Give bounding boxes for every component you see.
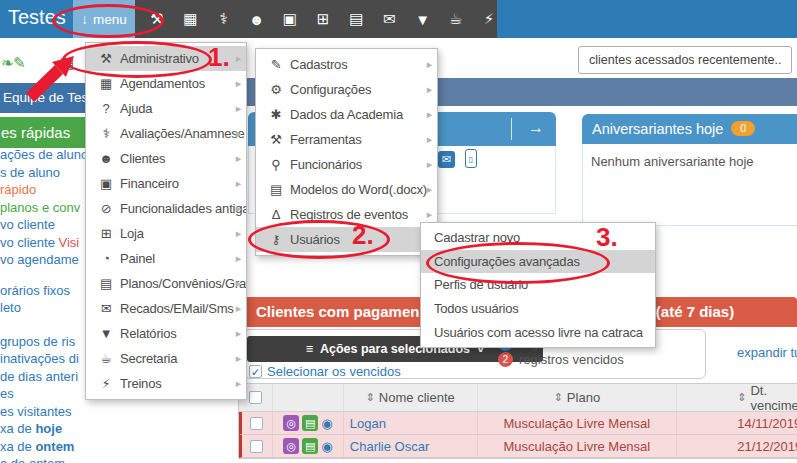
lightning-icon[interactable]: ⚡ xyxy=(481,10,497,28)
menu-item-label: Loja xyxy=(120,226,144,241)
header-icons-cell xyxy=(273,384,344,411)
menu-item-loja[interactable]: ⊞ Loja ▸ xyxy=(86,221,246,246)
submenu-item-ferramentas[interactable]: ⚒ Ferramentas ▸ xyxy=(256,127,437,152)
submenu-item-dados-academia[interactable]: ✱ Dados da Academia ▸ xyxy=(256,102,437,127)
menu-item-avaliacoes[interactable]: ⚕ Avaliações/Anamnese ▸ xyxy=(86,121,246,146)
client-name-link[interactable]: Logan xyxy=(344,412,478,434)
eye-icon[interactable]: ◉ xyxy=(321,439,332,454)
eye-icon[interactable]: ◉ xyxy=(321,416,332,431)
stethoscope-icon[interactable]: ⚕ xyxy=(215,10,231,28)
wrench-icon[interactable]: ⚒ xyxy=(149,10,165,28)
expand-all-link[interactable]: expandir tudo xyxy=(737,345,797,360)
sidebar-quick-links: ações de aluno s de aluno rápido planos … xyxy=(0,146,84,463)
sidebar-link[interactable]: grupos de ris xyxy=(0,333,84,351)
sidebar-link[interactable]: ações de aluno xyxy=(0,146,84,164)
envelope-icon[interactable]: ✉ xyxy=(381,10,397,28)
due-clients-table: ⇕ Nome cliente ⇕ Plano ⇕ Dt. vencimento … xyxy=(238,383,797,459)
envelope-icon[interactable]: ✉ xyxy=(438,151,455,168)
chevron-right-icon: ▸ xyxy=(236,327,241,340)
sidebar-link[interactable]: es visitantes xyxy=(0,403,84,421)
row-checkbox[interactable] xyxy=(250,440,263,453)
sort-icon[interactable]: ⇕ xyxy=(737,391,746,404)
menu-item-financeiro[interactable]: ▣ Financeiro ▸ xyxy=(86,171,246,196)
users-icon[interactable]: ☻ xyxy=(249,11,265,28)
submenu-item-label: Modelos do Word(.docx) xyxy=(290,182,427,197)
checkbox-checked-icon[interactable]: ✓ xyxy=(249,365,262,378)
menu-item-painel[interactable]: ◔ Painel ▸ xyxy=(86,246,246,271)
menu-item-agendamentos[interactable]: ▦ Agendamentos ▸ xyxy=(86,71,246,96)
sidebar-link[interactable]: leto xyxy=(0,299,84,317)
camera-icon[interactable]: ◎ xyxy=(283,415,299,431)
header-name-cell[interactable]: ⇕ Nome cliente xyxy=(344,384,478,411)
calendar-icon[interactable]: ▦ xyxy=(182,10,198,28)
menu-item-funcionalidades-antigas[interactable]: ⊘ Funcionalidades antigas ▸ xyxy=(86,196,246,221)
sidebar-link[interactable]: rápido xyxy=(0,181,84,199)
submenu-item-todos-usuarios[interactable]: Todos usuários xyxy=(421,297,655,321)
menu-item-clientes[interactable]: ☻ Clientes ▸ xyxy=(86,146,246,171)
sidebar-link[interactable]: vo cliente Visi xyxy=(0,234,84,252)
row-select-cell xyxy=(242,412,273,434)
submenu-item-cadastrar-novo[interactable]: Cadastrar novo xyxy=(421,226,655,250)
header-plan-cell[interactable]: ⇕ Plano xyxy=(478,384,678,411)
sort-icon[interactable]: ⇕ xyxy=(366,391,375,404)
chevron-right-icon: ▸ xyxy=(427,208,432,221)
sidebar-link[interactable]: inativações di xyxy=(0,350,84,368)
sidebar-link[interactable]: vo agendame xyxy=(0,251,84,269)
cart-icon[interactable]: ⊞ xyxy=(315,10,331,28)
arrow-right-icon[interactable]: → xyxy=(528,119,544,137)
submenu-item-funcionarios[interactable]: ⚲ Funcionários ▸ xyxy=(256,152,437,177)
sidebar-link[interactable]: de dias anteri xyxy=(0,368,84,386)
menu-item-relatorios[interactable]: ▼ Relatórios ▸ xyxy=(86,321,246,346)
sidebar-link[interactable]: planos e conv xyxy=(0,199,84,217)
gear-icon: ⚙ xyxy=(266,82,286,97)
coffee-icon[interactable]: ☕ xyxy=(448,10,464,28)
menu-item-label: Relatórios xyxy=(120,326,177,341)
submenu-item-perfis-usuario[interactable]: Perfis de usuário xyxy=(421,273,655,297)
submenu-item-configuracoes-avancadas[interactable]: Configurações avançadas xyxy=(421,250,655,274)
file-icon[interactable]: ▤ xyxy=(348,10,364,28)
menu-button[interactable]: ↓ menu xyxy=(73,0,135,38)
submenu-item-configuracoes[interactable]: ⚙ Configurações ▸ xyxy=(256,77,437,102)
phone-icon[interactable]: ▯ xyxy=(465,149,477,168)
camera-icon[interactable]: ◎ xyxy=(283,438,299,454)
sidebar-link[interactable]: xa de ontem xyxy=(0,438,84,456)
submenu-item-registros-eventos[interactable]: Δ Registros de eventos ▸ xyxy=(256,202,437,227)
submenu-item-modelos-word[interactable]: ▤ Modelos do Word(.docx) ▸ xyxy=(256,177,437,202)
submenu-item-acesso-livre-catraca[interactable]: Usuários com acesso livre na catraca xyxy=(421,320,655,344)
row-checkbox[interactable] xyxy=(250,417,263,430)
submenu-item-label: Configurações avançadas xyxy=(434,254,580,269)
client-name-link[interactable]: Charlie Oscar xyxy=(344,435,478,457)
money-icon[interactable]: ▤ xyxy=(302,415,318,431)
sidebar-link[interactable]: a de ontem xyxy=(0,455,84,463)
sidebar-link[interactable]: xa de hoje xyxy=(0,420,84,438)
select-overdue-checkbox[interactable]: ✓ Selecionar os vencidos xyxy=(249,364,401,379)
menu-item-recados[interactable]: ✉ Recados/EMail/Sms ▸ xyxy=(86,296,246,321)
sidebar-link[interactable]: orários fixos xyxy=(0,282,84,300)
recent-clients-search-input[interactable] xyxy=(578,46,792,74)
main-dropdown-menu: ⚒ Administrativo ▸ ▦ Agendamentos ▸ ? Aj… xyxy=(85,42,247,400)
submenu-item-cadastros[interactable]: ✎ Cadastros ▸ xyxy=(256,52,437,77)
money-icon[interactable]: ▣ xyxy=(282,10,298,28)
due-clients-title-end: r(até 7 dias) xyxy=(650,297,734,327)
menu-item-ajuda[interactable]: ? Ajuda ▸ xyxy=(86,96,246,121)
filter-icon[interactable]: ▼ xyxy=(415,11,431,28)
sidebar-link[interactable]: vo cliente xyxy=(0,216,84,234)
menu-item-treinos[interactable]: ⚡ Treinos ▸ xyxy=(86,371,246,396)
sidebar-link[interactable]: es xyxy=(0,385,84,403)
submenu-item-usuarios[interactable]: ⚷ Usuários ▸ xyxy=(256,227,437,252)
leaf-icon[interactable]: ❧ xyxy=(1,54,14,72)
menu-item-planos[interactable]: ▤ Planos/Convênios/Grades ▸ xyxy=(86,271,246,296)
list-icon: ≡ xyxy=(306,342,313,356)
pencil-icon[interactable]: ✎ xyxy=(13,54,26,72)
calendar-small-icon[interactable]: ▦ xyxy=(60,54,74,72)
header-due-cell[interactable]: ⇕ Dt. vencimento xyxy=(677,384,797,411)
sidebar-link[interactable]: s de aluno xyxy=(0,164,84,182)
menu-item-secretaria[interactable]: ☕ Secretaria ▸ xyxy=(86,346,246,371)
menu-item-administrativo[interactable]: ⚒ Administrativo ▸ xyxy=(86,46,246,71)
key-icon: ⚷ xyxy=(266,232,286,247)
select-all-checkbox[interactable] xyxy=(249,391,262,404)
bell-icon: Δ xyxy=(266,207,286,222)
sort-icon[interactable]: ⇕ xyxy=(554,391,563,404)
money-icon[interactable]: ▤ xyxy=(302,438,318,454)
menu-item-label: Funcionalidades antigas xyxy=(120,201,247,216)
